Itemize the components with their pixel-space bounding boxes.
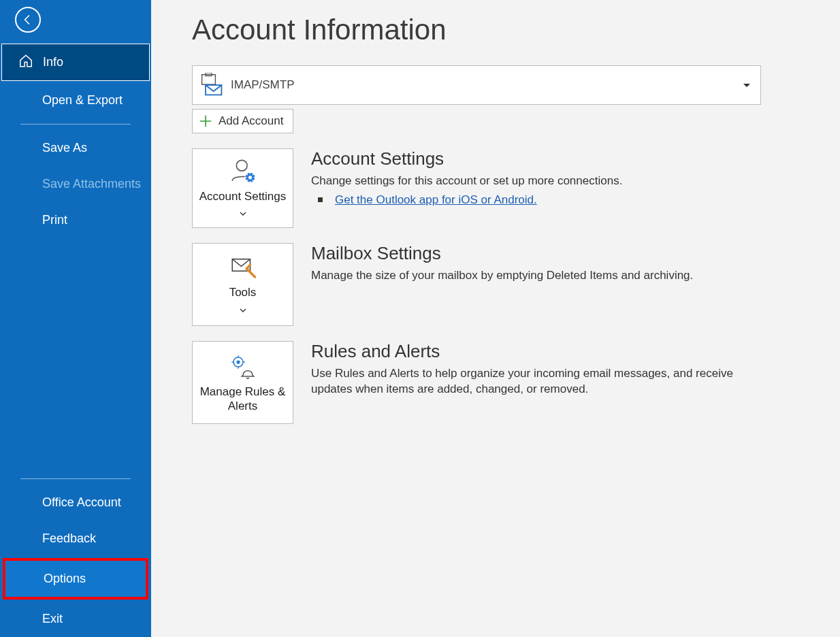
nav-info-label: Info — [43, 55, 63, 69]
add-account-button[interactable]: Add Account — [192, 109, 293, 133]
account-settings-text: Account Settings Change settings for thi… — [311, 148, 622, 207]
account-settings-desc: Change settings for this account or set … — [311, 174, 622, 189]
bullet-icon — [318, 197, 323, 202]
nav-feedback[interactable]: Feedback — [0, 521, 151, 557]
caret-down-icon — [743, 80, 751, 91]
home-icon — [18, 53, 33, 71]
chevron-down-icon — [240, 206, 246, 220]
rules-heading: Rules and Alerts — [311, 341, 760, 362]
sidebar-divider-lower — [20, 478, 131, 479]
mailbox-heading: Mailbox Settings — [311, 243, 693, 264]
svg-point-5 — [248, 176, 251, 179]
nav-open-export-label: Open & Export — [42, 93, 123, 107]
nav-print[interactable]: Print — [0, 202, 151, 238]
nav-exit-label: Exit — [42, 612, 63, 625]
nav-office-account[interactable]: Office Account — [0, 485, 151, 521]
backstage-sidebar: Info Open & Export Save As Save Attachme… — [0, 0, 151, 637]
back-button[interactable] — [15, 7, 41, 33]
page-title: Account Information — [192, 14, 840, 46]
mailbox-tools-icon — [229, 253, 257, 282]
chevron-down-icon — [240, 303, 246, 316]
account-type-label: IMAP/SMTP — [231, 78, 295, 92]
nav-office-account-label: Office Account — [42, 495, 121, 509]
mailbox-desc: Manage the size of your mailbox by empty… — [311, 268, 693, 284]
add-account-label: Add Account — [219, 114, 283, 128]
account-selector[interactable]: IMAP/SMTP — [192, 65, 761, 105]
nav-feedback-label: Feedback — [42, 532, 96, 545]
mailbox-settings-text: Mailbox Settings Manage the size of your… — [311, 243, 693, 288]
svg-point-16 — [236, 361, 240, 364]
account-settings-card-label: Account Settings — [199, 190, 287, 203]
outlook-app-link[interactable]: Get the Outlook app for iOS or Android. — [335, 193, 537, 207]
rules-card-label: Manage Rules & Alerts — [197, 385, 289, 413]
arrow-left-icon — [22, 14, 34, 26]
nav-save-attachments: Save Attachments — [0, 166, 151, 202]
manage-rules-button[interactable]: Manage Rules & Alerts — [192, 341, 293, 424]
sidebar-divider — [20, 124, 131, 125]
nav-save-as-label: Save As — [42, 141, 87, 154]
tools-button[interactable]: Tools — [192, 243, 293, 326]
section-rules-alerts: Manage Rules & Alerts Rules and Alerts U… — [192, 341, 840, 424]
nav-options-label: Options — [44, 572, 86, 585]
sidebar-spacer — [0, 238, 151, 468]
section-mailbox-settings: Tools Mailbox Settings Manage the size o… — [192, 243, 840, 326]
section-account-settings: Account Settings Account Settings Change… — [192, 148, 840, 228]
main-panel: Account Information IMAP/SMTP Add Accoun… — [151, 0, 840, 637]
nav-print-label: Print — [42, 213, 67, 227]
rules-bell-icon — [229, 353, 257, 381]
outlook-app-bullet: Get the Outlook app for iOS or Android. — [318, 193, 622, 207]
account-mailbox-icon — [199, 73, 224, 97]
nav-options[interactable]: Options — [5, 561, 146, 597]
nav-info[interactable]: Info — [1, 44, 150, 81]
rules-text: Rules and Alerts Use Rules and Alerts to… — [311, 341, 760, 402]
plus-icon — [198, 114, 213, 129]
account-settings-heading: Account Settings — [311, 148, 622, 169]
user-gear-icon — [229, 157, 257, 186]
nav-save-as[interactable]: Save As — [0, 130, 151, 166]
options-highlight: Options — [3, 558, 148, 600]
svg-point-3 — [236, 160, 247, 171]
rules-desc: Use Rules and Alerts to help organize yo… — [311, 366, 760, 397]
tools-card-label: Tools — [229, 286, 257, 299]
nav-open-export[interactable]: Open & Export — [0, 82, 151, 118]
nav-exit[interactable]: Exit — [0, 601, 151, 637]
nav-save-attachments-label: Save Attachments — [42, 177, 141, 191]
account-settings-button[interactable]: Account Settings — [192, 148, 293, 228]
